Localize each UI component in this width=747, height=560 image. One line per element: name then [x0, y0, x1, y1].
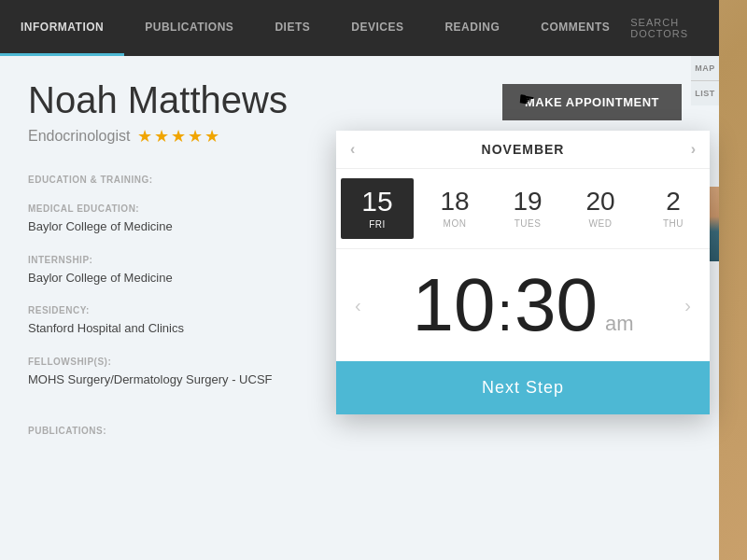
- date-day-fri: FRI: [345, 219, 410, 230]
- date-cell-15[interactable]: 15 FRI: [341, 178, 414, 239]
- calendar-month: NOVEMBER: [482, 142, 565, 157]
- time-hours: 10: [412, 268, 495, 343]
- fellowship-group: FELLOWSHIP(S): MOHS Surgery/Dermatology …: [28, 357, 345, 389]
- nav-tabs: INFORMATION PUBLICATIONS DIETS DEVICES R…: [0, 0, 630, 56]
- date-cell-19[interactable]: 19 TUES: [491, 181, 564, 236]
- calendar-prev-arrow[interactable]: ‹: [350, 141, 355, 158]
- education-column: EDUCATION & TRAINING: MEDICAL EDUCATION:…: [28, 175, 345, 407]
- next-step-button[interactable]: Next Step: [336, 361, 710, 414]
- date-day-mon: MON: [422, 218, 487, 229]
- tab-reading[interactable]: READING: [424, 0, 520, 56]
- date-cell-2[interactable]: 2 THU: [637, 181, 710, 236]
- tab-devices[interactable]: DEVICES: [331, 0, 424, 56]
- appointment-calendar: ‹ NOVEMBER › 15 FRI 18 MON 19 TUES 20 WE…: [336, 131, 710, 414]
- time-colon: :: [497, 284, 513, 340]
- tab-publications[interactable]: PUBLICATIONS: [124, 0, 254, 56]
- residency-value: Stanford Hospital and Clinics: [28, 319, 345, 338]
- time-display: 10 : 30 am: [371, 268, 676, 343]
- time-next-arrow[interactable]: ›: [675, 295, 700, 316]
- fellowship-label: FELLOWSHIP(S):: [28, 357, 345, 367]
- date-number-18: 18: [422, 189, 487, 215]
- time-section: ‹ 10 : 30 am ›: [336, 249, 710, 352]
- date-day-tues: TUES: [495, 218, 560, 229]
- medical-education-group: MEDICAL EDUCATION: Baylor College of Med…: [28, 203, 345, 236]
- doctor-rating: ★★★★★: [137, 126, 221, 147]
- date-number-15: 15: [345, 188, 410, 216]
- fellowship-value: MOHS Surgery/Dermatology Surgery - UCSF: [28, 371, 345, 389]
- time-minutes: 30: [514, 268, 598, 343]
- internship-label: INTERNSHIP:: [28, 255, 345, 265]
- time-prev-arrow[interactable]: ‹: [345, 295, 371, 316]
- internship-value: Baylor College of Medicine: [28, 269, 345, 287]
- education-label: EDUCATION & TRAINING:: [28, 175, 345, 185]
- residency-label: RESIDENCY:: [28, 305, 345, 315]
- date-number-19: 19: [495, 189, 560, 215]
- calendar-next-arrow[interactable]: ›: [691, 141, 696, 158]
- date-row: 15 FRI 18 MON 19 TUES 20 WED 2 THU: [336, 169, 710, 249]
- main-container: INFORMATION PUBLICATIONS DIETS DEVICES R…: [0, 0, 719, 560]
- date-day-thu: THU: [641, 218, 706, 229]
- medical-education-value: Baylor College of Medicine: [28, 217, 345, 236]
- search-doctors-label[interactable]: SEARCH DOCTORS: [630, 17, 719, 39]
- internship-group: INTERNSHIP: Baylor College of Medicine: [28, 255, 345, 287]
- date-cell-18[interactable]: 18 MON: [418, 181, 491, 236]
- date-day-wed: WED: [568, 218, 633, 229]
- time-ampm-column: am: [605, 312, 634, 336]
- date-number-20: 20: [568, 189, 633, 215]
- top-nav: INFORMATION PUBLICATIONS DIETS DEVICES R…: [0, 0, 719, 56]
- publications-section-label: PUBLICATIONS:: [0, 416, 719, 436]
- medical-education-label: MEDICAL EDUCATION:: [28, 203, 345, 214]
- time-ampm: am: [605, 312, 634, 336]
- tab-diets[interactable]: DIETS: [254, 0, 331, 56]
- date-number-2: 2: [641, 189, 706, 215]
- education-training-group: EDUCATION & TRAINING:: [28, 175, 345, 185]
- tab-information[interactable]: INFORMATION: [0, 0, 124, 56]
- date-cell-20[interactable]: 20 WED: [564, 181, 637, 236]
- residency-group: RESIDENCY: Stanford Hospital and Clinics: [28, 305, 345, 338]
- calendar-header: ‹ NOVEMBER ›: [336, 131, 710, 169]
- tab-comments[interactable]: COMMENTS: [520, 0, 630, 56]
